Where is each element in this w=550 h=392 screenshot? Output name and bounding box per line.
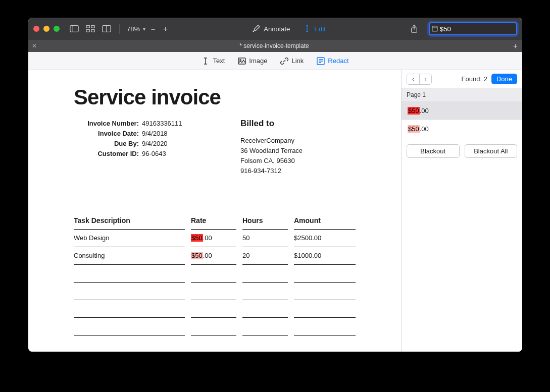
share-button[interactable] [409, 24, 420, 33]
billed-phone: 916-934-7312 [240, 166, 356, 176]
search-scope-icon[interactable] [432, 25, 438, 33]
main-area: Service invoice Invoice Number:491633361… [28, 70, 522, 352]
table-row: Consulting$50.0020$1000.00 [74, 247, 356, 264]
cell-rate: $50.00 [191, 234, 236, 242]
value-invoice-date: 9/4/2018 [142, 129, 215, 139]
close-window-button[interactable] [33, 26, 39, 32]
cell-hours: 50 [242, 234, 288, 242]
thumbnails-icon[interactable] [85, 24, 96, 33]
two-page-icon[interactable] [101, 24, 112, 33]
blackout-all-button[interactable]: Blackout All [465, 144, 518, 158]
chevron-down-icon: ▾ [143, 26, 145, 32]
link-icon [280, 57, 288, 65]
invoice-meta: Invoice Number:49163336111 Invoice Date:… [74, 119, 215, 177]
zoom-level: 78% [127, 25, 140, 33]
search-field[interactable]: ✕ [429, 22, 517, 35]
close-tab-button[interactable]: ✕ [28, 42, 40, 49]
svg-rect-9 [432, 26, 437, 31]
value-due-by: 9/4/2020 [142, 139, 215, 149]
label-invoice-number: Invoice Number: [74, 119, 142, 129]
invoice-page: Service invoice Invoice Number:491633361… [28, 70, 401, 335]
svg-rect-3 [91, 26, 94, 28]
billed-street: 36 Woodland Terrace [240, 146, 356, 156]
insert-text-button[interactable]: Text [202, 57, 225, 65]
document-viewport[interactable]: Service invoice Invoice Number:491633361… [28, 70, 401, 352]
new-tab-button[interactable]: ＋ [508, 41, 522, 51]
col-amount: Amount [294, 216, 356, 225]
insert-link-button[interactable]: Link [280, 57, 304, 65]
table-row: Web Design$50.0050$2500.00 [74, 230, 356, 247]
value-customer-id: 96-0643 [142, 149, 215, 159]
cell-amount: $2500.00 [294, 234, 356, 242]
search-input[interactable] [438, 25, 522, 33]
billed-to: Billed to ReceiverCompany 36 Woodland Te… [240, 119, 356, 177]
tab-title[interactable]: * service-invoice-template [40, 42, 508, 49]
tab-bar: ✕ * service-invoice-template ＋ [28, 40, 522, 52]
text-cursor-icon [303, 25, 311, 33]
svg-rect-2 [86, 26, 89, 28]
cell-rate: $50.00 [191, 252, 236, 260]
value-invoice-number: 49163336111 [142, 119, 215, 129]
zoom-in-button[interactable]: ＋ [161, 24, 170, 34]
svg-rect-4 [86, 30, 89, 32]
cell-amount: $1000.00 [294, 252, 356, 260]
done-button[interactable]: Done [491, 74, 517, 84]
sidebar-toggle-icon[interactable] [69, 24, 80, 33]
svg-rect-0 [70, 26, 78, 32]
insert-image-button[interactable]: Image [238, 57, 267, 65]
edit-button[interactable]: Edit [303, 25, 325, 33]
col-rate: Rate [191, 216, 236, 225]
results-page-heading: Page 1 [402, 88, 522, 102]
next-result-button[interactable]: › [419, 74, 431, 84]
fullscreen-window-button[interactable] [54, 26, 60, 32]
share-icon [410, 25, 419, 33]
invoice-title: Service invoice [74, 85, 356, 109]
billed-to-label: Billed to [240, 119, 356, 129]
col-hours: Hours [242, 216, 288, 225]
annotate-toolbar: Text Image Link Redact [28, 52, 522, 70]
prev-result-button[interactable]: ‹ [407, 74, 419, 84]
view-mode-buttons [69, 24, 112, 33]
zoom-out-button[interactable]: − [148, 25, 158, 33]
toolbar-divider [119, 24, 120, 34]
app-window: 78% ▾ − ＋ Annotate Edit ✕ ✕ * service-in [28, 18, 522, 352]
billed-city: Folsom CA, 95630 [240, 156, 356, 166]
image-icon [238, 57, 246, 65]
svg-point-12 [240, 59, 241, 61]
label-customer-id: Customer ID: [74, 149, 142, 159]
cell-hours: 20 [242, 252, 288, 260]
redact-button[interactable]: Redact [317, 57, 348, 65]
main-toolbar: 78% ▾ − ＋ Annotate Edit ✕ [28, 18, 522, 40]
search-results-panel: ‹ › Found: 2 Done Page 1 $50.00$50.00 Bl… [401, 70, 522, 352]
search-result-item[interactable]: $50.00 [402, 102, 522, 120]
line-items-table: Task Description Rate Hours Amount Web D… [74, 212, 356, 335]
text-icon [202, 57, 210, 65]
found-count: Found: 2 [436, 75, 487, 83]
cell-desc: Consulting [74, 252, 185, 260]
billed-name: ReceiverCompany [240, 136, 356, 146]
col-desc: Task Description [74, 216, 185, 225]
blackout-button[interactable]: Blackout [407, 144, 460, 158]
label-due-by: Due By: [74, 139, 142, 149]
traffic-lights [33, 26, 60, 32]
pen-icon [253, 25, 261, 33]
minimize-window-button[interactable] [43, 26, 49, 32]
label-invoice-date: Invoice Date: [74, 129, 142, 139]
svg-rect-5 [91, 30, 94, 32]
zoom-control[interactable]: 78% ▾ − ＋ [127, 24, 170, 34]
cell-desc: Web Design [74, 234, 185, 242]
redact-icon [317, 57, 325, 65]
annotate-button[interactable]: Annotate [253, 25, 290, 33]
search-result-item[interactable]: $50.00 [402, 120, 522, 138]
result-nav: ‹ › [407, 74, 432, 85]
